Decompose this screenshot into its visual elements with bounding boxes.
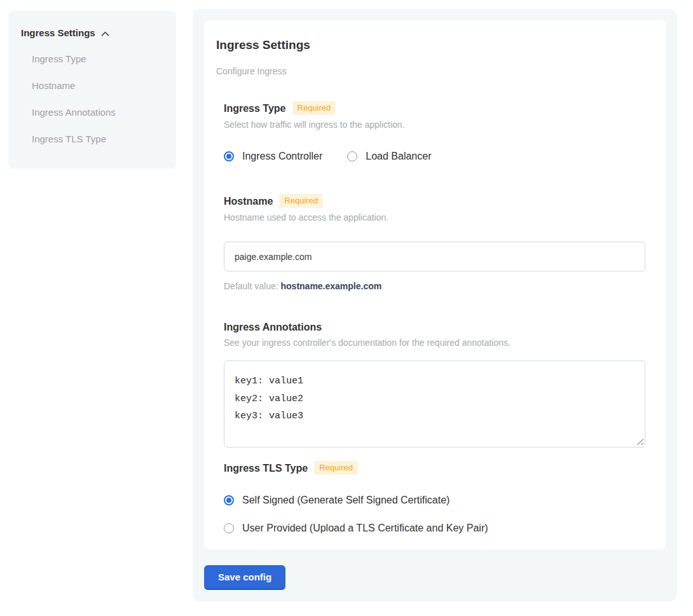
required-badge: Required (279, 194, 323, 208)
config-page: Ingress Settings Ingress Type Hostname I… (0, 0, 693, 616)
radio-self-signed[interactable]: Self Signed (Generate Self Signed Certif… (224, 495, 645, 506)
sidebar-group-title: Ingress Settings (21, 27, 95, 38)
section-hostname: Hostname Required Hostname used to acces… (224, 194, 645, 291)
sidebar-item-ingress-type[interactable]: Ingress Type (21, 45, 163, 72)
section-ingress-type: Ingress Type Required Select how traffic… (224, 101, 645, 162)
sidebar-item-list: Ingress Type Hostname Ingress Annotation… (21, 45, 163, 152)
tls-label-row: Ingress TLS Type Required (224, 461, 645, 475)
hostname-help: Hostname used to access the application. (224, 212, 645, 222)
radio-button-icon[interactable] (347, 151, 357, 161)
radio-button-icon[interactable] (224, 523, 234, 533)
radio-load-balancer[interactable]: Load Balancer (347, 151, 431, 162)
save-config-button[interactable]: Save config (204, 565, 285, 590)
default-value-text: hostname.example.com (281, 281, 382, 291)
required-badge: Required (292, 101, 336, 115)
annotations-textarea[interactable]: key1: value1 key2: value2 key3: value3 (224, 360, 645, 448)
radio-button-icon[interactable] (224, 495, 234, 505)
radio-ingress-controller[interactable]: Ingress Controller (224, 151, 322, 162)
config-sidebar: Ingress Settings Ingress Type Hostname I… (8, 11, 176, 168)
radio-button-icon[interactable] (224, 151, 234, 161)
annotations-label-row: Ingress Annotations (224, 321, 645, 333)
radio-label: Ingress Controller (242, 151, 322, 162)
page-subtitle: Configure Ingress (216, 66, 645, 76)
sidebar-item-hostname[interactable]: Hostname (21, 72, 163, 99)
ingress-type-options: Ingress Controller Load Balancer (224, 151, 645, 162)
chevron-up-icon (101, 31, 109, 36)
tls-options: Self Signed (Generate Self Signed Certif… (224, 495, 645, 534)
ingress-type-label-row: Ingress Type Required (224, 101, 645, 115)
hostname-label-row: Hostname Required (224, 194, 645, 208)
page-title: Ingress Settings (216, 38, 645, 52)
section-ingress-tls-type: Ingress TLS Type Required Self Signed (G… (224, 461, 645, 534)
radio-user-provided[interactable]: User Provided (Upload a TLS Certificate … (224, 523, 645, 534)
config-card: Ingress Settings Configure Ingress Ingre… (204, 20, 666, 549)
required-badge: Required (314, 461, 358, 475)
config-panel: Ingress Settings Configure Ingress Ingre… (193, 9, 677, 601)
ingress-type-help: Select how traffic will ingress to the a… (224, 120, 645, 130)
annotations-textarea-wrap: key1: value1 key2: value2 key3: value3 (224, 360, 645, 448)
radio-label: User Provided (Upload a TLS Certificate … (242, 523, 488, 534)
sidebar-item-ingress-annotations[interactable]: Ingress Annotations (21, 99, 163, 125)
hostname-input[interactable] (224, 242, 645, 271)
sidebar-group-ingress-settings[interactable]: Ingress Settings (21, 27, 163, 38)
section-ingress-annotations: Ingress Annotations See your ingress con… (224, 321, 645, 448)
ingress-type-label: Ingress Type (224, 102, 286, 114)
tls-label: Ingress TLS Type (224, 462, 308, 474)
radio-label: Load Balancer (366, 151, 431, 162)
radio-label: Self Signed (Generate Self Signed Certif… (242, 495, 449, 506)
default-value-prefix: Default value: (224, 281, 281, 291)
annotations-help: See your ingress controller's documentat… (224, 338, 645, 348)
hostname-default-line: Default value: hostname.example.com (224, 281, 645, 291)
hostname-label: Hostname (224, 195, 273, 207)
sidebar-item-ingress-tls-type[interactable]: Ingress TLS Type (21, 125, 163, 152)
annotations-label: Ingress Annotations (224, 321, 322, 333)
